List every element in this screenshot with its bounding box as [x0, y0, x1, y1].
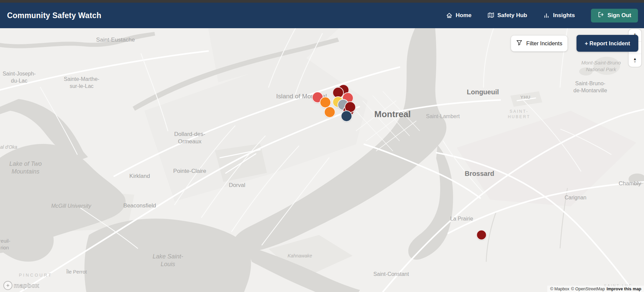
logout-icon: [598, 11, 604, 19]
funnel-icon: [516, 40, 522, 47]
nav-item-label: Home: [456, 12, 471, 19]
incident-marker[interactable]: [341, 110, 352, 122]
map-attribution: © Mapbox © OpenStreetMap Improve this ma…: [547, 286, 644, 292]
browser-chrome-strip: [0, 0, 644, 3]
pitch-down-icon: ▼: [633, 60, 637, 63]
mapbox-logo-icon: [3, 281, 12, 290]
home-icon: [446, 12, 453, 19]
report-incident-label: + Report Incident: [585, 40, 630, 47]
filter-incidents-button[interactable]: Filter Incidents: [511, 36, 567, 51]
incident-markers-layer: [0, 28, 644, 292]
nav-item-insights[interactable]: Insights: [543, 12, 575, 19]
nav-menu: Home Safety Hub Insights: [446, 9, 638, 22]
map-icon: [488, 12, 494, 19]
nav-item-label: Insights: [553, 12, 575, 19]
mapbox-attribution-link[interactable]: © Mapbox: [550, 287, 569, 291]
mapbox-logo-text: mapbox: [14, 282, 39, 289]
sign-out-label: Sign Out: [607, 12, 631, 19]
sign-out-button[interactable]: Sign Out: [591, 9, 638, 22]
nav-item-safety-hub[interactable]: Safety Hub: [488, 12, 527, 19]
report-incident-button[interactable]: + Report Incident: [577, 35, 638, 52]
map-viewport[interactable]: Saint-EustacheSaint-Joseph- du-LacSainte…: [0, 28, 644, 292]
nav-item-label: Safety Hub: [497, 12, 527, 19]
bar-chart-icon: [543, 12, 550, 19]
nav-item-home[interactable]: Home: [446, 12, 471, 19]
improve-this-map-link[interactable]: Improve this map: [607, 287, 642, 291]
pitch-toggle-button[interactable]: ▲ ▼: [629, 54, 641, 66]
filter-incidents-label: Filter Incidents: [526, 40, 562, 47]
openstreetmap-attribution-link[interactable]: © OpenStreetMap: [571, 287, 605, 291]
app-title: Community Safety Watch: [7, 11, 101, 20]
mapbox-logo[interactable]: mapbox: [3, 281, 39, 290]
incident-marker[interactable]: [324, 106, 335, 118]
app-screen: Community Safety Watch Home Safety Hub: [0, 0, 644, 292]
incident-marker[interactable]: [476, 230, 487, 240]
navbar: Community Safety Watch Home Safety Hub: [0, 3, 644, 28]
